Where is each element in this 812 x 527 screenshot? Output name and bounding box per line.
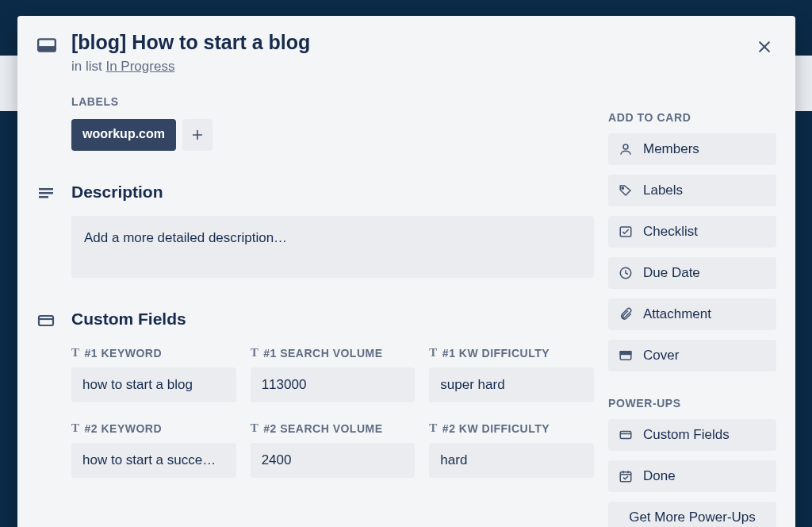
text-type-icon: T xyxy=(71,346,80,360)
clock-icon xyxy=(618,265,634,281)
labels-button[interactable]: Labels xyxy=(608,175,776,206)
description-heading: Description xyxy=(71,183,163,203)
close-icon xyxy=(756,39,772,55)
custom-fields-powerup-button[interactable]: Custom Fields xyxy=(608,419,776,451)
card-list-location: in list In Progress xyxy=(71,59,594,75)
custom-field: T#1 Search Volume 113000 xyxy=(251,346,416,402)
svg-rect-17 xyxy=(620,432,631,439)
custom-field-value[interactable]: 113000 xyxy=(251,367,416,402)
custom-fields-icon xyxy=(618,427,634,443)
checklist-icon xyxy=(618,224,634,240)
card-sidebar: Add to card Members Labels Checklist Due… xyxy=(608,30,776,527)
text-type-icon: T xyxy=(71,421,80,435)
svg-point-11 xyxy=(623,144,628,149)
window-icon xyxy=(36,35,57,56)
user-icon xyxy=(618,141,634,157)
tag-icon xyxy=(618,183,634,198)
sidebar-button-label: Attachment xyxy=(643,306,711,322)
text-type-icon: T xyxy=(251,421,259,435)
labels-section: Labels woorkup.com xyxy=(71,95,594,151)
sidebar-button-label: Checklist xyxy=(643,224,698,240)
in-list-prefix: in list xyxy=(71,59,105,74)
cover-icon xyxy=(618,348,634,364)
powerups-heading: Power-Ups xyxy=(608,397,776,410)
sidebar-button-label: Custom Fields xyxy=(643,427,730,443)
description-icon xyxy=(36,184,56,203)
text-type-icon: T xyxy=(429,346,438,360)
custom-field-label: T#2 Search Volume xyxy=(251,421,416,435)
svg-rect-6 xyxy=(39,188,53,190)
sidebar-button-label: Members xyxy=(643,141,699,157)
description-input[interactable]: Add a more detailed description… xyxy=(71,216,594,278)
custom-field: T#2 Search Volume 2400 xyxy=(251,421,416,478)
text-type-icon: T xyxy=(251,346,259,360)
custom-field-label: T#2 KW Difficulty xyxy=(429,421,594,435)
label-chip[interactable]: woorkup.com xyxy=(71,119,176,151)
custom-fields-section-header: Custom Fields xyxy=(36,310,594,330)
due-date-button[interactable]: Due Date xyxy=(608,257,776,289)
svg-rect-16 xyxy=(620,352,631,355)
custom-field: T#2 Keyword how to start a succe… xyxy=(71,421,236,478)
custom-field-value[interactable]: super hard xyxy=(429,367,594,402)
custom-field-label: T#2 Keyword xyxy=(71,421,236,435)
attachment-button[interactable]: Attachment xyxy=(608,298,776,330)
svg-point-12 xyxy=(622,187,623,189)
attachment-icon xyxy=(618,306,634,322)
custom-fields-grid: T#1 Keyword how to start a blog T#1 Sear… xyxy=(71,346,594,478)
add-label-button[interactable] xyxy=(182,119,213,151)
done-powerup-button[interactable]: Done xyxy=(608,460,776,492)
custom-field-label: T#1 KW Difficulty xyxy=(429,346,594,360)
members-button[interactable]: Members xyxy=(608,133,776,165)
custom-field-value[interactable]: how to start a succe… xyxy=(71,443,236,478)
card-icon xyxy=(36,30,57,75)
card-header: [blog] How to start a blog in list In Pr… xyxy=(36,30,594,75)
svg-rect-3 xyxy=(38,46,56,52)
card-title[interactable]: [blog] How to start a blog xyxy=(71,30,594,54)
list-link[interactable]: In Progress xyxy=(105,59,174,74)
custom-field-value[interactable]: 2400 xyxy=(251,443,416,478)
custom-fields-heading: Custom Fields xyxy=(71,310,186,330)
cover-button[interactable]: Cover xyxy=(608,340,776,371)
labels-heading: Labels xyxy=(71,95,594,108)
custom-field-value[interactable]: hard xyxy=(429,443,594,478)
card-modal: [blog] How to start a blog in list In Pr… xyxy=(17,16,795,527)
custom-field: T#1 KW Difficulty super hard xyxy=(429,346,594,402)
text-type-icon: T xyxy=(429,421,438,435)
svg-rect-19 xyxy=(620,472,631,482)
sidebar-button-label: Get More Power-Ups xyxy=(629,510,756,525)
svg-rect-9 xyxy=(39,316,53,325)
get-more-powerups-button[interactable]: Get More Power-Ups xyxy=(608,502,776,527)
add-to-card-heading: Add to card xyxy=(608,111,776,124)
svg-rect-7 xyxy=(39,192,53,194)
close-button[interactable] xyxy=(751,33,778,60)
app-header-bar xyxy=(0,0,812,10)
description-section-header: Description xyxy=(36,183,594,203)
custom-field: T#2 KW Difficulty hard xyxy=(429,421,594,478)
custom-fields-icon xyxy=(36,311,56,330)
svg-rect-8 xyxy=(39,196,48,198)
custom-field-label: T#1 Keyword xyxy=(71,346,236,360)
sidebar-button-label: Due Date xyxy=(643,265,700,281)
custom-field-label: T#1 Search Volume xyxy=(251,346,416,360)
sidebar-button-label: Labels xyxy=(643,183,683,198)
sidebar-button-label: Done xyxy=(643,468,676,484)
checklist-button[interactable]: Checklist xyxy=(608,216,776,248)
card-main: [blog] How to start a blog in list In Pr… xyxy=(36,30,594,527)
custom-field-value[interactable]: how to start a blog xyxy=(71,367,236,402)
plus-icon xyxy=(191,129,204,141)
sidebar-button-label: Cover xyxy=(643,348,679,364)
custom-field: T#1 Keyword how to start a blog xyxy=(71,346,236,402)
calendar-check-icon xyxy=(618,468,634,484)
